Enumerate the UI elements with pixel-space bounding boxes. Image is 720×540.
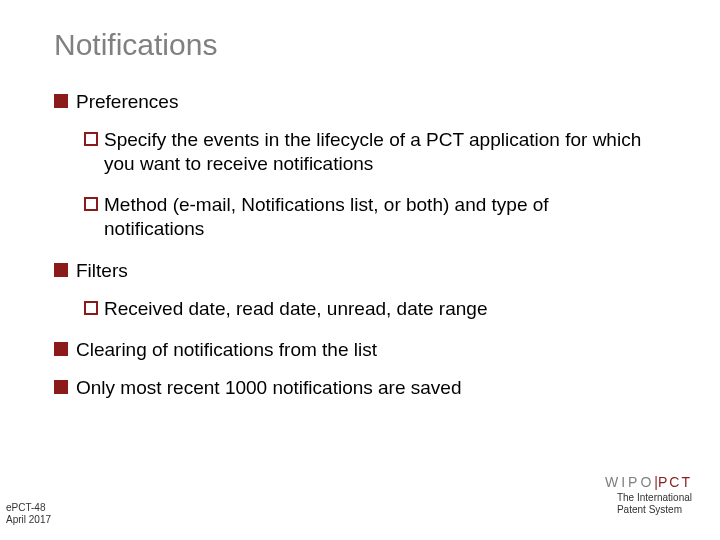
bullet-filters: Filters: [54, 259, 666, 283]
bullet-text: Only most recent 1000 notifications are …: [76, 376, 461, 400]
brand-wipo: WIPO: [605, 474, 654, 490]
bullet-text: Preferences: [76, 90, 178, 114]
sub-bullet-text: Method (e-mail, Notifications list, or b…: [104, 193, 644, 241]
bullet-text: Filters: [76, 259, 128, 283]
sub-bullet-specify-events: Specify the events in the lifecycle of a…: [84, 128, 666, 176]
brand-logo: WIPO|PCT: [605, 474, 692, 490]
hollow-square-icon: [84, 132, 98, 146]
square-bullet-icon: [54, 94, 68, 108]
sub-bullet-method: Method (e-mail, Notifications list, or b…: [84, 193, 666, 241]
bullet-recent-1000: Only most recent 1000 notifications are …: [54, 376, 666, 400]
square-bullet-icon: [54, 263, 68, 277]
sub-bullet-received-date: Received date, read date, unread, date r…: [84, 297, 666, 321]
tagline-line2: Patent System: [617, 504, 692, 516]
square-bullet-icon: [54, 380, 68, 394]
footer-date: April 2017: [6, 514, 51, 526]
hollow-square-icon: [84, 197, 98, 211]
footer-tagline: The International Patent System: [617, 492, 692, 516]
slide-title: Notifications: [54, 28, 666, 62]
slide-content: Notifications Preferences Specify the ev…: [0, 0, 720, 400]
square-bullet-icon: [54, 342, 68, 356]
sub-bullet-text: Received date, read date, unread, date r…: [104, 297, 487, 321]
hollow-square-icon: [84, 301, 98, 315]
bullet-text: Clearing of notifications from the list: [76, 338, 377, 362]
sub-bullet-text: Specify the events in the lifecycle of a…: [104, 128, 644, 176]
bullet-preferences: Preferences: [54, 90, 666, 114]
footer-ref: ePCT-48: [6, 502, 51, 514]
sub-bullet-text-span: Method (e-mail, Notifications list, or b…: [104, 194, 549, 239]
tagline-line1: The International: [617, 492, 692, 504]
bullet-clearing: Clearing of notifications from the list: [54, 338, 666, 362]
footer-reference: ePCT-48 April 2017: [6, 502, 51, 526]
brand-pct: PCT: [658, 474, 692, 490]
